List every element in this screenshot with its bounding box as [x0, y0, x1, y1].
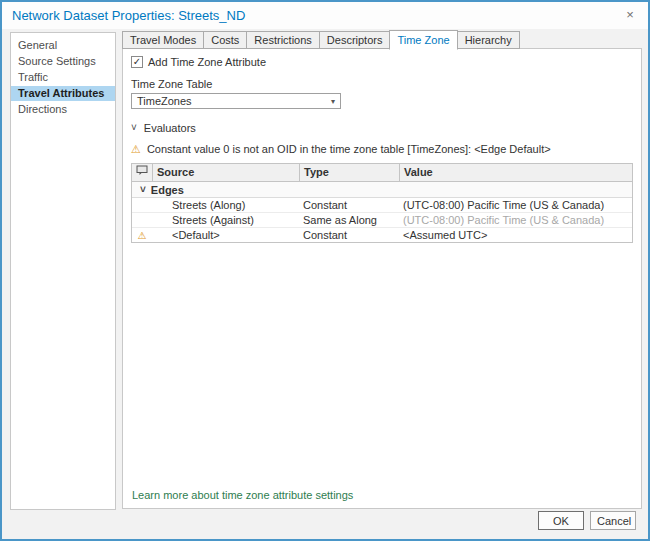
network-dataset-properties-dialog: Network Dataset Properties: Streets_ND ×… — [0, 0, 650, 541]
table-row[interactable]: Streets (Along) Constant (UTC-08:00) Pac… — [132, 198, 632, 213]
chevron-down-icon: ˅ — [140, 185, 146, 195]
sidebar-item-traffic[interactable]: Traffic — [11, 70, 115, 85]
add-time-zone-attribute-label: Add Time Zone Attribute — [148, 56, 266, 68]
ok-button[interactable]: OK — [538, 511, 584, 530]
evaluators-section-header[interactable]: ˅ Evaluators — [131, 122, 633, 134]
warning-icon: ⚠ — [138, 230, 147, 241]
value-cell: (UTC-08:00) Pacific Time (US & Canada) — [399, 199, 632, 211]
time-zone-table-dropdown[interactable]: TimeZones ▾ — [131, 93, 341, 109]
warning-text: Constant value 0 is not an OID in the ti… — [147, 143, 551, 155]
add-time-zone-attribute-checkbox[interactable]: ✓ — [131, 56, 143, 68]
time-zone-table-value: TimeZones — [137, 95, 192, 107]
table-row[interactable]: Streets (Against) Same as Along (UTC-08:… — [132, 213, 632, 228]
evaluators-label: Evaluators — [144, 122, 196, 134]
tab-restrictions[interactable]: Restrictions — [246, 31, 318, 49]
close-button[interactable]: × — [622, 7, 638, 23]
chevron-down-icon: ˅ — [131, 123, 137, 133]
edges-group-row[interactable]: ˅ Edges — [132, 182, 632, 198]
dropdown-arrow-icon: ▾ — [331, 97, 335, 106]
source-cell: Streets (Along) — [152, 199, 299, 211]
tab-travel-modes[interactable]: Travel Modes — [122, 31, 203, 49]
tab-strip: Travel Modes Costs Restrictions Descript… — [122, 31, 520, 49]
cancel-button[interactable]: Cancel — [590, 511, 636, 530]
warning-message-row: ⚠ Constant value 0 is not an OID in the … — [131, 143, 633, 155]
checkmark-icon: ✓ — [133, 56, 141, 67]
sidebar-item-directions[interactable]: Directions — [11, 102, 115, 117]
sidebar-item-travel-attributes[interactable]: Travel Attributes — [11, 86, 115, 101]
table-header-row: Source Type Value — [132, 164, 632, 182]
sidebar-item-general[interactable]: General — [11, 38, 115, 53]
source-column-header: Source — [152, 164, 299, 181]
row-status-cell: ⚠ — [132, 229, 152, 241]
learn-more-link[interactable]: Learn more about time zone attribute set… — [132, 489, 353, 501]
close-icon: × — [626, 7, 634, 22]
time-zone-panel: ✓ Add Time Zone Attribute Time Zone Tabl… — [122, 48, 642, 509]
type-cell: Same as Along — [299, 214, 399, 226]
status-column-header — [132, 164, 152, 181]
value-cell: <Assumed UTC> — [399, 229, 632, 241]
title-bar: Network Dataset Properties: Streets_ND × — [2, 2, 648, 29]
type-cell: Constant — [299, 199, 399, 211]
type-cell: Constant — [299, 229, 399, 241]
evaluators-table: Source Type Value ˅ Edges Streets (Along… — [131, 163, 633, 243]
tab-descriptors[interactable]: Descriptors — [319, 31, 390, 49]
sidebar-item-source-settings[interactable]: Source Settings — [11, 54, 115, 69]
tab-time-zone[interactable]: Time Zone — [389, 30, 457, 50]
source-cell: <Default> — [152, 229, 299, 241]
sidebar: General Source Settings Traffic Travel A… — [10, 32, 116, 510]
warning-icon: ⚠ — [131, 144, 141, 155]
value-cell: (UTC-08:00) Pacific Time (US & Canada) — [399, 214, 632, 226]
source-cell: Streets (Against) — [152, 214, 299, 226]
time-zone-table-label: Time Zone Table — [131, 78, 633, 90]
comment-icon — [136, 165, 148, 176]
type-column-header: Type — [299, 164, 399, 181]
tab-costs[interactable]: Costs — [203, 31, 246, 49]
value-column-header: Value — [399, 164, 632, 181]
table-row[interactable]: ⚠ <Default> Constant <Assumed UTC> — [132, 228, 632, 242]
dialog-title: Network Dataset Properties: Streets_ND — [12, 8, 245, 23]
add-time-zone-attribute-row: ✓ Add Time Zone Attribute — [131, 56, 633, 68]
tab-hierarchy[interactable]: Hierarchy — [458, 31, 520, 49]
edges-group-label: Edges — [151, 184, 184, 196]
